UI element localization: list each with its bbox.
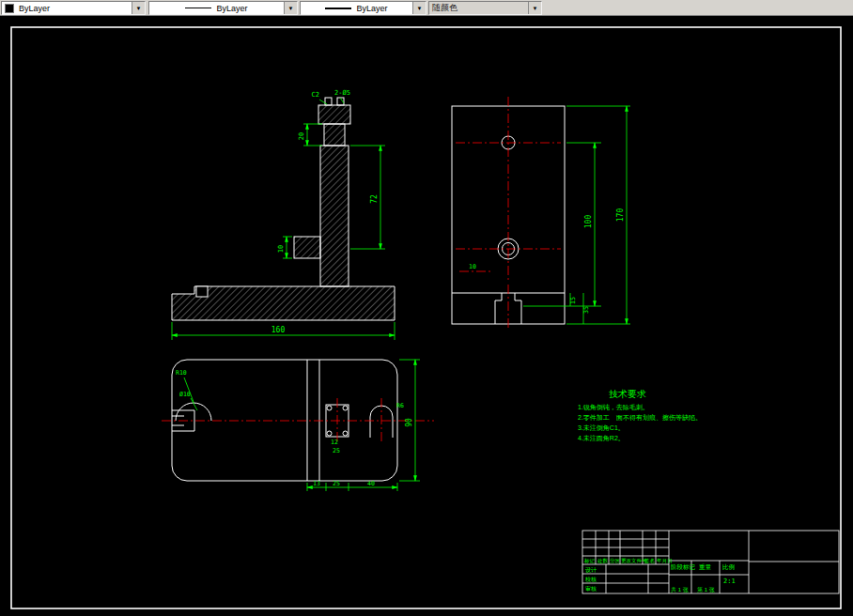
dim-front-step: 10 xyxy=(277,245,285,253)
tb-header-zone: 分区 xyxy=(610,558,621,563)
linetype-control-value: ByLayer xyxy=(216,4,247,13)
tb-weight-label: 重量 xyxy=(699,563,712,570)
top-arc xyxy=(176,403,211,421)
linetype-dropdown-arrow-icon[interactable]: ▼ xyxy=(284,2,297,14)
dim-front-callout-right: 2-Ø5 xyxy=(334,89,350,97)
tb-header-sign: 签名 xyxy=(644,558,655,564)
dim-top-d3: 40 xyxy=(367,480,375,487)
tech-line-2: 面不得有划痕、擦伤等缺陷。 xyxy=(615,414,702,422)
tb-scale-value: 2:1 xyxy=(723,578,736,585)
dim-top-hole: Ø10 xyxy=(179,391,191,398)
dim-side-inner-height: 100 xyxy=(584,215,593,229)
dim-side-slot-width: 35 xyxy=(582,306,590,314)
dim-side-total-height: 170 xyxy=(616,208,625,223)
dim-top-height: 90 xyxy=(405,418,413,427)
plotstyle-control[interactable]: 随颜色 ▼ xyxy=(428,1,542,15)
tech-title: 技术要求 xyxy=(609,389,646,399)
side-view-dimensions: 100 170 15 35 10 xyxy=(469,106,630,324)
front-head xyxy=(318,105,350,124)
properties-toolbar: ByLayer ▼ ByLayer ▼ ByLayer ▼ 随颜色 ▼ xyxy=(0,0,853,16)
plotstyle-dropdown-arrow-icon[interactable]: ▼ xyxy=(528,2,541,14)
dim-front-height: 72 xyxy=(370,194,379,204)
tb-header-docno: 更改文件号 xyxy=(621,558,647,563)
dim-side-offset: 10 xyxy=(469,263,476,270)
lineweight-control-value: ByLayer xyxy=(356,4,387,13)
color-control-value: ByLayer xyxy=(19,4,50,13)
tb-role-check: 校核 xyxy=(584,577,597,582)
drawing-canvas[interactable]: 72 160 20 10 C2 2-Ø5 xyxy=(0,0,853,616)
dim-front-callout-left: C2 xyxy=(312,91,319,99)
tech-line-2-lead: 2.零件加工 xyxy=(578,414,610,422)
lineweight-dropdown-arrow-icon[interactable]: ▼ xyxy=(412,2,426,14)
top-view-dimensions: 90 13 25 40 R10 Ø10 12 25 R6 xyxy=(176,360,420,491)
dim-top-radius: R10 xyxy=(176,369,187,377)
dim-top-p2: 25 xyxy=(333,447,340,454)
plotstyle-control-value: 随颜色 xyxy=(432,2,458,14)
color-control[interactable]: ByLayer ▼ xyxy=(1,1,146,15)
tb-header-count: 处数 xyxy=(597,558,609,564)
top-outline xyxy=(172,360,397,481)
lineweight-control[interactable]: ByLayer ▼ xyxy=(300,1,426,15)
tb-stage-label: 阶段标记 xyxy=(671,563,696,571)
front-neck xyxy=(324,124,345,146)
tech-line-1: 1.锐角倒钝，去除毛刺。 xyxy=(578,404,649,411)
dim-top-d2: 25 xyxy=(333,480,340,487)
tech-line-4: 4.未注圆角R2。 xyxy=(578,434,625,442)
tb-sheet-no: 第 1 张 xyxy=(697,587,715,593)
drawing-frame xyxy=(11,27,841,608)
top-view xyxy=(172,360,397,481)
technical-requirements: 技术要求 1.锐角倒钝，去除毛刺。 2.零件加工 面不得有划痕、擦伤等缺陷。 3… xyxy=(578,389,702,442)
front-base-notch xyxy=(196,286,208,297)
tb-header-mark: 标记 xyxy=(583,558,596,564)
dim-top-d1: 13 xyxy=(313,480,320,487)
front-step xyxy=(294,237,320,258)
linetype-sample-icon xyxy=(185,8,211,8)
lineweight-sample-icon xyxy=(325,8,351,9)
tb-role-design: 设计 xyxy=(585,566,597,573)
tb-scale-label: 比例 xyxy=(722,563,735,571)
dim-side-slot-depth: 15 xyxy=(569,297,577,304)
tech-line-3: 3.未注倒角C1。 xyxy=(578,424,625,432)
dim-top-p1: 12 xyxy=(331,439,338,446)
color-dropdown-arrow-icon[interactable]: ▼ xyxy=(132,2,145,14)
tb-role-audit: 审核 xyxy=(585,585,597,592)
color-swatch-icon xyxy=(5,4,14,13)
dim-front-width: 160 xyxy=(271,326,286,334)
linetype-control[interactable]: ByLayer ▼ xyxy=(148,1,298,15)
side-view-centerlines xyxy=(456,97,561,329)
front-stem xyxy=(320,146,349,286)
dim-top-r2: R6 xyxy=(396,402,404,409)
dim-front-neck: 20 xyxy=(298,132,305,140)
front-view xyxy=(172,98,395,320)
tb-sheet-total: 共 1 张 xyxy=(671,587,689,593)
